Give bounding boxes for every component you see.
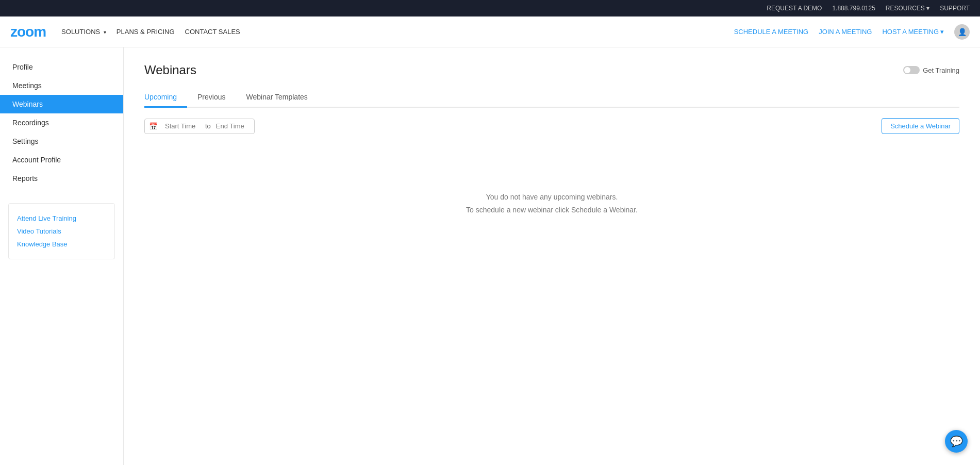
zoom-logo: zoom: [10, 24, 46, 40]
get-training-toggle[interactable]: [903, 66, 920, 74]
resources-link[interactable]: RESOURCES ▾: [886, 5, 929, 12]
sidebar-links: Attend Live Training Video Tutorials Kno…: [8, 203, 115, 259]
tab-previous[interactable]: Previous: [187, 88, 236, 108]
avatar-icon: 👤: [958, 28, 967, 36]
end-time-input[interactable]: [213, 119, 254, 133]
nav-right: SCHEDULE A MEETING JOIN A MEETING HOST A…: [734, 24, 970, 40]
host-arrow: ▾: [940, 28, 944, 36]
sidebar-item-meetings[interactable]: Meetings: [0, 76, 123, 95]
page-header: Webinars Get Training: [144, 63, 959, 77]
empty-line1: You do not have any upcoming webinars.: [155, 191, 949, 204]
sidebar-item-account-profile[interactable]: Account Profile: [0, 151, 123, 169]
date-to-separator: to: [203, 119, 213, 133]
support-link[interactable]: SUPPORT: [940, 5, 970, 12]
user-avatar[interactable]: 👤: [954, 24, 970, 40]
empty-state: You do not have any upcoming webinars. T…: [144, 150, 959, 258]
empty-line2: To schedule a new webinar click Schedule…: [155, 204, 949, 217]
chat-icon: 💬: [950, 435, 963, 447]
resources-label: RESOURCES: [886, 5, 925, 12]
resources-arrow: ▾: [926, 5, 929, 12]
contact-sales-nav-link[interactable]: CONTACT SALES: [185, 28, 240, 36]
toolbar: 📅 to Schedule a Webinar: [144, 118, 959, 134]
sidebar-item-settings[interactable]: Settings: [0, 132, 123, 151]
get-training-label: Get Training: [923, 67, 959, 74]
sidebar-item-reports[interactable]: Reports: [0, 169, 123, 188]
attend-live-training-link[interactable]: Attend Live Training: [17, 212, 106, 225]
schedule-webinar-button[interactable]: Schedule a Webinar: [882, 118, 959, 134]
page-layout: Profile Meetings Webinars Recordings Set…: [0, 47, 980, 465]
toggle-knob: [904, 67, 910, 73]
tab-upcoming[interactable]: Upcoming: [144, 88, 187, 108]
sidebar-item-webinars[interactable]: Webinars: [0, 95, 123, 113]
solutions-arrow: ▾: [104, 29, 106, 35]
sidebar-item-recordings[interactable]: Recordings: [0, 113, 123, 132]
start-time-input[interactable]: [162, 119, 203, 133]
chat-bubble-button[interactable]: 💬: [945, 430, 968, 453]
page-title: Webinars: [144, 63, 196, 77]
get-training[interactable]: Get Training: [903, 66, 959, 74]
tabs: Upcoming Previous Webinar Templates: [144, 88, 959, 108]
schedule-meeting-link[interactable]: SCHEDULE A MEETING: [734, 28, 808, 36]
host-meeting-link[interactable]: HOST A MEETING ▾: [882, 28, 944, 36]
join-meeting-link[interactable]: JOIN A MEETING: [819, 28, 872, 36]
top-utility-bar: REQUEST A DEMO 1.888.799.0125 RESOURCES …: [0, 0, 980, 16]
date-range-filter[interactable]: 📅 to: [144, 119, 255, 134]
phone-link[interactable]: 1.888.799.0125: [832, 5, 875, 12]
sidebar: Profile Meetings Webinars Recordings Set…: [0, 47, 124, 465]
main-content: Webinars Get Training Upcoming Previous …: [124, 47, 980, 465]
sidebar-item-profile[interactable]: Profile: [0, 58, 123, 76]
nav-links: SOLUTIONS ▾ PLANS & PRICING CONTACT SALE…: [61, 28, 240, 36]
calendar-icon: 📅: [145, 119, 162, 134]
nav-left: zoom SOLUTIONS ▾ PLANS & PRICING CONTACT…: [10, 24, 240, 40]
tab-webinar-templates[interactable]: Webinar Templates: [236, 88, 318, 108]
plans-pricing-nav-link[interactable]: PLANS & PRICING: [117, 28, 175, 36]
request-demo-link[interactable]: REQUEST A DEMO: [767, 5, 822, 12]
solutions-nav-link[interactable]: SOLUTIONS ▾: [61, 28, 106, 36]
video-tutorials-link[interactable]: Video Tutorials: [17, 225, 106, 238]
main-nav: zoom SOLUTIONS ▾ PLANS & PRICING CONTACT…: [0, 16, 980, 47]
knowledge-base-link[interactable]: Knowledge Base: [17, 238, 106, 251]
